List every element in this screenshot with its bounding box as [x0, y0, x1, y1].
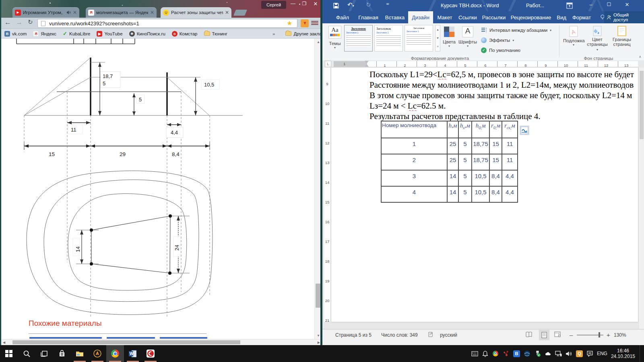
- page-color-button[interactable]: Цвет страницы ▾: [586, 26, 609, 58]
- read-mode-icon[interactable]: [526, 331, 532, 337]
- bookmark-komstar[interactable]: o Комстар: [172, 31, 198, 37]
- cell[interactable]: 5: [458, 138, 472, 154]
- scrollbar-thumb[interactable]: [640, 71, 644, 139]
- volume-icon[interactable]: [566, 350, 572, 357]
- cell[interactable]: 3: [381, 170, 447, 186]
- first-line-indent-marker[interactable]: [365, 61, 369, 64]
- header-cell[interactable]: h,м: [447, 121, 458, 138]
- action-center-icon[interactable]: [586, 350, 593, 357]
- table-row[interactable]: 225518,751511: [381, 154, 518, 170]
- task-view-button[interactable]: [35, 345, 53, 362]
- notification-bell-icon[interactable]: [482, 350, 489, 357]
- table-header-row[interactable]: Номер молниеотвода h,м hх,м h0,м r0,м rс…: [381, 121, 518, 138]
- back-icon[interactable]: ←: [4, 19, 11, 27]
- battlenet-icon[interactable]: B: [513, 350, 520, 357]
- tab-references[interactable]: Ссылки: [456, 11, 479, 23]
- cell[interactable]: 15: [489, 154, 502, 170]
- style-set-gallery[interactable]: Заголовок Заголовок 1 Заголовок Заголово…: [343, 23, 436, 61]
- show-desktop-button[interactable]: [640, 345, 642, 362]
- file-explorer-button[interactable]: [71, 345, 89, 362]
- cell[interactable]: 15: [489, 138, 502, 154]
- style-set-card[interactable]: Заголовок Заголовок 1: [374, 25, 403, 51]
- watermark-button[interactable]: А Подложка ▾: [563, 26, 584, 56]
- share-button[interactable]: Общий доступ: [604, 11, 644, 23]
- scroll-up-icon[interactable]: ▲: [317, 40, 320, 44]
- hanging-indent-marker[interactable]: [365, 64, 369, 67]
- maximize-button[interactable]: ❐: [299, 1, 310, 8]
- proofing-icon[interactable]: x: [428, 331, 434, 338]
- horizontal-scrollbar[interactable]: ◀ ▶: [1, 339, 322, 345]
- bookmark-star-icon[interactable]: ★: [287, 19, 292, 27]
- zoom-out-button[interactable]: –: [570, 331, 573, 338]
- menu-icon[interactable]: [311, 20, 318, 27]
- maximize-button[interactable]: ☐: [603, 2, 615, 7]
- horizontal-ruler[interactable]: L 1 12345678910111213: [322, 60, 644, 68]
- web-layout-icon[interactable]: [554, 331, 561, 337]
- header-cell[interactable]: hх,м: [458, 121, 472, 138]
- cell[interactable]: 10,5: [472, 186, 489, 202]
- misspelled-word[interactable]: Lс: [408, 101, 417, 111]
- cell[interactable]: 18,75: [472, 138, 489, 154]
- download-extension-icon[interactable]: ▼: [301, 19, 309, 27]
- zoom-level[interactable]: 130%: [614, 332, 626, 338]
- word-taskbar-button[interactable]: W: [124, 345, 142, 362]
- bookmark-yandex[interactable]: Я Яндекс: [33, 31, 56, 37]
- address-bar[interactable]: vunivere.ru/work42392?screenshots=1 ★: [37, 19, 297, 28]
- doc-line-4[interactable]: Lз=24 м < Lс=62.5 м.: [369, 101, 638, 111]
- cell[interactable]: 4: [381, 186, 447, 202]
- cell[interactable]: 18,75: [472, 154, 489, 170]
- colors-button[interactable]: Цвета ▾: [442, 26, 457, 56]
- language-indicator[interactable]: ENG: [597, 351, 607, 356]
- chrome-profile-button[interactable]: Сергей: [261, 1, 286, 9]
- close-button[interactable]: ✕: [310, 1, 321, 8]
- scroll-down-icon[interactable]: ▼: [317, 334, 320, 337]
- redo-icon[interactable]: ↻: [366, 1, 371, 8]
- gallery-scroll-buttons[interactable]: ▲▼≡: [435, 25, 440, 51]
- qat-customize-icon[interactable]: ≂: [386, 2, 389, 6]
- bookmark-kinopoisk[interactable]: ✳ КиноПоиск.ru: [129, 31, 165, 37]
- header-cell[interactable]: r0,м: [489, 121, 502, 138]
- header-cell[interactable]: h0,м: [472, 121, 489, 138]
- word-vertical-scrollbar[interactable]: [638, 68, 644, 329]
- style-set-card[interactable]: Заголовок Заголовок 1: [344, 25, 373, 51]
- fonts-button[interactable]: А Шрифты ▾: [458, 26, 478, 56]
- cell[interactable]: 8,4: [489, 170, 502, 186]
- truncated-link[interactable]: [107, 337, 155, 339]
- header-cell[interactable]: Номер молниеотвода: [381, 121, 447, 138]
- scrollbar-thumb[interactable]: [12, 340, 240, 344]
- minimize-button[interactable]: —: [288, 1, 298, 8]
- bookmarks-overflow[interactable]: »: [272, 31, 275, 36]
- tab-layout[interactable]: Макет: [434, 11, 455, 23]
- tab-view[interactable]: Вид: [554, 11, 569, 23]
- truncated-link[interactable]: [160, 337, 207, 339]
- onedrive-cloud-icon[interactable]: [545, 350, 551, 357]
- bookmark-vk[interactable]: B vk.com: [4, 31, 27, 37]
- undo-icon[interactable]: ↶▾: [347, 1, 354, 8]
- page-borders-button[interactable]: Границы страниц: [610, 26, 634, 58]
- search-button[interactable]: [18, 345, 35, 362]
- tab-audio-icon[interactable]: [66, 10, 71, 15]
- scroll-left-icon[interactable]: ◀: [3, 341, 5, 344]
- themes-button[interactable]: Аа Темы ▾: [327, 26, 343, 56]
- browser-tab-2[interactable]: Я молниезащита — Яндекс ✕: [86, 7, 157, 18]
- save-icon[interactable]: [333, 2, 339, 9]
- cell[interactable]: 11: [502, 138, 518, 154]
- cell[interactable]: 25: [447, 138, 458, 154]
- bookmark-kubalibre[interactable]: ✓ KubaLibre: [63, 31, 90, 37]
- chrome-tray-icon[interactable]: [492, 350, 499, 357]
- tab-review[interactable]: Рецензирование: [509, 11, 553, 23]
- paragraph-spacing-button[interactable]: Интервал между абзацами▾: [481, 26, 557, 34]
- table-row[interactable]: 125518,751511: [381, 138, 518, 154]
- cell[interactable]: 5: [458, 170, 472, 186]
- misspelled-word[interactable]: Lc: [438, 70, 446, 79]
- daemon-tools-button[interactable]: [89, 345, 106, 362]
- cell[interactable]: 11: [502, 154, 518, 170]
- effects-button[interactable]: Эффекты▾: [481, 36, 557, 44]
- tab-selector[interactable]: L: [325, 61, 331, 67]
- doc-line-1[interactable]: Поскольку L1=29<Lc=62,5 м, провесов в зо…: [369, 70, 638, 80]
- bookmark-youtube[interactable]: ▶ YouTube: [97, 31, 122, 37]
- tab-mailings[interactable]: Рассылки: [480, 11, 508, 23]
- tab-insert[interactable]: Вставка: [383, 11, 407, 23]
- tab-design-active[interactable]: Дизайн: [408, 11, 433, 23]
- table-row[interactable]: 314510,58,44,4: [381, 170, 518, 186]
